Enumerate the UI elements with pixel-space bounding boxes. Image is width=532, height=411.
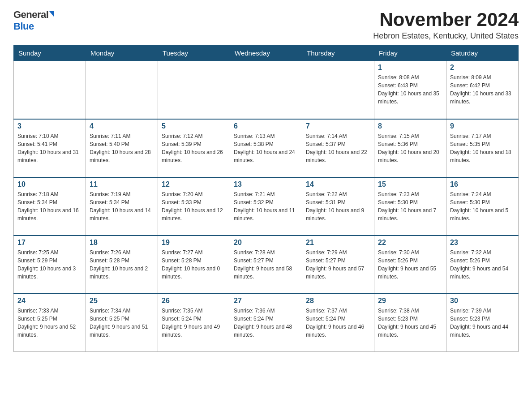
day-number: 8: [378, 122, 442, 130]
day-info: Sunrise: 7:18 AMSunset: 5:34 PMDaylight:…: [17, 190, 82, 223]
day-number: 3: [17, 122, 82, 130]
day-info: Sunrise: 7:26 AMSunset: 5:28 PMDaylight:…: [90, 248, 154, 281]
day-number: 13: [234, 180, 298, 188]
day-info: Sunrise: 7:11 AMSunset: 5:40 PMDaylight:…: [90, 132, 154, 164]
calendar-cell: 26Sunrise: 7:35 AMSunset: 5:24 PMDayligh…: [158, 294, 230, 352]
day-info: Sunrise: 8:09 AMSunset: 6:42 PMDaylight:…: [450, 73, 515, 106]
day-info: Sunrise: 7:13 AMSunset: 5:38 PMDaylight:…: [234, 132, 298, 164]
day-number: 15: [378, 180, 442, 188]
calendar-cell: 25Sunrise: 7:34 AMSunset: 5:25 PMDayligh…: [86, 294, 158, 352]
day-info: Sunrise: 7:20 AMSunset: 5:33 PMDaylight:…: [162, 190, 226, 223]
calendar-cell: 24Sunrise: 7:33 AMSunset: 5:25 PMDayligh…: [14, 294, 86, 352]
day-info: Sunrise: 7:38 AMSunset: 5:23 PMDaylight:…: [378, 307, 442, 339]
day-info: Sunrise: 7:10 AMSunset: 5:41 PMDaylight:…: [17, 132, 82, 164]
day-info: Sunrise: 7:35 AMSunset: 5:24 PMDaylight:…: [162, 307, 226, 339]
calendar-cell: 22Sunrise: 7:30 AMSunset: 5:26 PMDayligh…: [374, 235, 446, 294]
calendar-cell: 27Sunrise: 7:36 AMSunset: 5:24 PMDayligh…: [230, 294, 302, 352]
day-number: 12: [162, 180, 226, 188]
day-number: 11: [90, 180, 154, 188]
day-number: 5: [162, 122, 226, 130]
day-info: Sunrise: 7:34 AMSunset: 5:25 PMDaylight:…: [90, 307, 154, 339]
day-info: Sunrise: 7:36 AMSunset: 5:24 PMDaylight:…: [234, 307, 298, 339]
header-thursday: Thursday: [302, 46, 374, 61]
header-friday: Friday: [374, 46, 446, 61]
day-number: 4: [90, 122, 154, 130]
header-monday: Monday: [86, 46, 158, 61]
day-number: 29: [378, 297, 442, 305]
day-info: Sunrise: 7:15 AMSunset: 5:36 PMDaylight:…: [378, 132, 442, 164]
day-info: Sunrise: 7:12 AMSunset: 5:39 PMDaylight:…: [162, 132, 226, 164]
location-subtitle: Hebron Estates, Kentucky, United States: [373, 31, 519, 41]
week-row-4: 17Sunrise: 7:25 AMSunset: 5:29 PMDayligh…: [14, 235, 519, 294]
day-info: Sunrise: 7:22 AMSunset: 5:31 PMDaylight:…: [306, 190, 370, 223]
day-info: Sunrise: 7:39 AMSunset: 5:23 PMDaylight:…: [450, 307, 515, 339]
day-number: 24: [17, 297, 82, 305]
day-number: 26: [162, 297, 226, 305]
calendar-cell: 5Sunrise: 7:12 AMSunset: 5:39 PMDaylight…: [158, 119, 230, 177]
day-info: Sunrise: 7:32 AMSunset: 5:26 PMDaylight:…: [450, 248, 515, 281]
day-number: 14: [306, 180, 370, 188]
day-info: Sunrise: 7:30 AMSunset: 5:26 PMDaylight:…: [378, 248, 442, 281]
calendar-cell: 2Sunrise: 8:09 AMSunset: 6:42 PMDaylight…: [446, 61, 519, 119]
day-info: Sunrise: 7:23 AMSunset: 5:30 PMDaylight:…: [378, 190, 442, 223]
day-info: Sunrise: 8:08 AMSunset: 6:43 PMDaylight:…: [378, 73, 442, 106]
day-number: 2: [450, 64, 515, 72]
calendar-cell: [158, 61, 230, 119]
day-number: 21: [306, 239, 370, 247]
day-info: Sunrise: 7:29 AMSunset: 5:27 PMDaylight:…: [306, 248, 370, 281]
day-info: Sunrise: 7:27 AMSunset: 5:28 PMDaylight:…: [162, 248, 226, 281]
calendar-cell: 13Sunrise: 7:21 AMSunset: 5:32 PMDayligh…: [230, 177, 302, 235]
calendar-cell: 15Sunrise: 7:23 AMSunset: 5:30 PMDayligh…: [374, 177, 446, 235]
calendar-cell: 30Sunrise: 7:39 AMSunset: 5:23 PMDayligh…: [446, 294, 519, 352]
day-info: Sunrise: 7:14 AMSunset: 5:37 PMDaylight:…: [306, 132, 370, 164]
week-row-1: 1Sunrise: 8:08 AMSunset: 6:43 PMDaylight…: [14, 61, 519, 119]
logo-general-text: General: [13, 9, 48, 21]
calendar-cell: 23Sunrise: 7:32 AMSunset: 5:26 PMDayligh…: [446, 235, 519, 294]
calendar-cell: 7Sunrise: 7:14 AMSunset: 5:37 PMDaylight…: [302, 119, 374, 177]
day-number: 30: [450, 297, 515, 305]
logo-arrow-icon: [49, 11, 54, 17]
calendar-cell: 21Sunrise: 7:29 AMSunset: 5:27 PMDayligh…: [302, 235, 374, 294]
day-number: 28: [306, 297, 370, 305]
day-info: Sunrise: 7:28 AMSunset: 5:27 PMDaylight:…: [234, 248, 298, 281]
day-number: 25: [90, 297, 154, 305]
day-info: Sunrise: 7:25 AMSunset: 5:29 PMDaylight:…: [17, 248, 82, 281]
calendar-cell: 29Sunrise: 7:38 AMSunset: 5:23 PMDayligh…: [374, 294, 446, 352]
day-number: 22: [378, 239, 442, 247]
calendar-cell: 10Sunrise: 7:18 AMSunset: 5:34 PMDayligh…: [14, 177, 86, 235]
day-number: 23: [450, 239, 515, 247]
calendar-cell: 12Sunrise: 7:20 AMSunset: 5:33 PMDayligh…: [158, 177, 230, 235]
calendar-cell: [86, 61, 158, 119]
day-info: Sunrise: 7:19 AMSunset: 5:34 PMDaylight:…: [90, 190, 154, 223]
header-wednesday: Wednesday: [230, 46, 302, 61]
calendar-cell: 1Sunrise: 8:08 AMSunset: 6:43 PMDaylight…: [374, 61, 446, 119]
day-info: Sunrise: 7:21 AMSunset: 5:32 PMDaylight:…: [234, 190, 298, 223]
calendar-cell: 17Sunrise: 7:25 AMSunset: 5:29 PMDayligh…: [14, 235, 86, 294]
day-info: Sunrise: 7:37 AMSunset: 5:24 PMDaylight:…: [306, 307, 370, 339]
logo-blue-text: Blue: [13, 21, 34, 32]
page-header: General Blue November 2024 Hebron Estate…: [13, 9, 519, 41]
week-row-2: 3Sunrise: 7:10 AMSunset: 5:41 PMDaylight…: [14, 119, 519, 177]
day-number: 1: [378, 64, 442, 72]
header-tuesday: Tuesday: [158, 46, 230, 61]
calendar-cell: 3Sunrise: 7:10 AMSunset: 5:41 PMDaylight…: [14, 119, 86, 177]
day-info: Sunrise: 7:17 AMSunset: 5:35 PMDaylight:…: [450, 132, 515, 164]
calendar-cell: [302, 61, 374, 119]
logo: General Blue: [13, 9, 54, 32]
calendar-cell: 6Sunrise: 7:13 AMSunset: 5:38 PMDaylight…: [230, 119, 302, 177]
calendar-cell: 4Sunrise: 7:11 AMSunset: 5:40 PMDaylight…: [86, 119, 158, 177]
day-number: 16: [450, 180, 515, 188]
day-number: 10: [17, 180, 82, 188]
calendar-cell: [14, 61, 86, 119]
day-number: 17: [17, 239, 82, 247]
day-number: 19: [162, 239, 226, 247]
calendar-cell: 28Sunrise: 7:37 AMSunset: 5:24 PMDayligh…: [302, 294, 374, 352]
calendar-cell: 16Sunrise: 7:24 AMSunset: 5:30 PMDayligh…: [446, 177, 519, 235]
month-title: November 2024: [373, 9, 519, 30]
title-section: November 2024 Hebron Estates, Kentucky, …: [373, 9, 519, 41]
header-saturday: Saturday: [446, 46, 519, 61]
week-row-3: 10Sunrise: 7:18 AMSunset: 5:34 PMDayligh…: [14, 177, 519, 235]
calendar-cell: [230, 61, 302, 119]
day-number: 6: [234, 122, 298, 130]
calendar-cell: 19Sunrise: 7:27 AMSunset: 5:28 PMDayligh…: [158, 235, 230, 294]
